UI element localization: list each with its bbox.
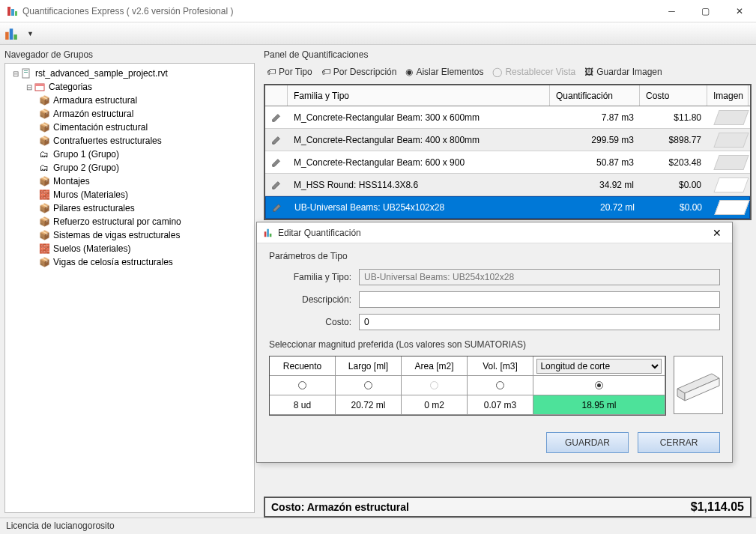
- tree-item[interactable]: 🧱Suelos (Materiales): [8, 242, 251, 255]
- beam-thumb: [714, 200, 749, 215]
- status-text: Licencia de lucianogorosito: [6, 521, 115, 531]
- main-toolbar: ▼: [0, 22, 756, 45]
- toolbar-chart-icon[interactable]: [4, 27, 18, 40]
- group-tree[interactable]: ⊟ rst_advanced_sample_project.rvt ⊟ Cate…: [4, 63, 255, 513]
- mh-rec: Recuento: [270, 356, 336, 376]
- edit-dialog: Editar Quantificación ✕ Parámetros de Ti…: [256, 222, 733, 463]
- val-area: 0 m2: [402, 395, 468, 415]
- minimize-button[interactable]: ─: [655, 0, 689, 22]
- quant-panel: Panel de Quantificaciones 🏷Por Tipo 🏷Por…: [259, 45, 756, 518]
- group-icon: 🗂: [38, 148, 50, 160]
- tree-root[interactable]: ⊟ rst_advanced_sample_project.rvt: [8, 67, 251, 80]
- tree-item[interactable]: 🗂Grupo 1 (Grupo): [8, 148, 251, 161]
- magnitude-label: Seleccionar magnitud preferida (Los valo…: [269, 339, 720, 350]
- tree-categories[interactable]: ⊟ Categorias: [8, 80, 251, 94]
- mh-vol: Vol. [m3]: [468, 356, 533, 376]
- table-row[interactable]: M_HSS Round: HSS114.3X8.6 34.92 ml $0.00: [265, 174, 750, 196]
- tree-item[interactable]: 📦Armazón estructural: [8, 107, 251, 121]
- svg-rect-11: [264, 231, 267, 237]
- tree-item[interactable]: 📦Cimentación estructural: [8, 121, 251, 134]
- beam-preview: [674, 356, 723, 414]
- tree-item[interactable]: 📦Refuerzo estructural por camino: [8, 215, 251, 228]
- val-rec: 8 ud: [270, 395, 336, 415]
- toolbar-dropdown-arrow[interactable]: ▼: [24, 27, 37, 40]
- aislar-button[interactable]: ◉Aislar Elementos: [405, 67, 483, 77]
- quant-title: Panel de Quantificaciones: [264, 49, 752, 60]
- label-cost: Costo:: [269, 317, 351, 327]
- close-dialog-button[interactable]: CERRAR: [638, 432, 720, 453]
- folder-icon: [34, 81, 46, 93]
- total-label: Costo: Armazón estructural: [271, 501, 691, 513]
- svg-rect-3: [5, 31, 9, 39]
- save-button[interactable]: GUARDAR: [546, 432, 629, 453]
- reset-icon: ◯: [492, 67, 502, 77]
- guardar-imagen-button[interactable]: 🖼Guardar Imagen: [584, 67, 662, 77]
- table-header: Familia y Tipo Quantificación Costo Imag…: [265, 85, 750, 106]
- svg-rect-12: [267, 228, 269, 237]
- restablecer-button[interactable]: ◯Restablecer Vista: [492, 67, 575, 77]
- th-cost[interactable]: Costo: [640, 85, 707, 106]
- pencil-icon[interactable]: [271, 156, 282, 169]
- tree-item[interactable]: 📦Montajes: [8, 175, 251, 188]
- pencil-icon[interactable]: [271, 178, 282, 192]
- svg-rect-13: [270, 233, 272, 236]
- app-icon: [6, 5, 18, 17]
- category-icon: 📦: [38, 216, 50, 228]
- expand-icon[interactable]: ⊟: [25, 83, 34, 91]
- th-family[interactable]: Familia y Tipo: [288, 85, 550, 106]
- table-row-selected[interactable]: UB-Universal Beams: UB254x102x28 20.72 m…: [265, 196, 750, 219]
- section-title: Parámetros de Tipo: [269, 251, 720, 261]
- maximize-button[interactable]: ▢: [689, 0, 722, 22]
- close-button[interactable]: ✕: [722, 0, 756, 22]
- por-desc-button[interactable]: 🏷Por Descripción: [321, 67, 397, 77]
- dialog-close-button[interactable]: ✕: [708, 227, 726, 239]
- radio-vol[interactable]: [468, 376, 533, 395]
- pencil-icon[interactable]: [272, 201, 282, 214]
- radio-drop[interactable]: [533, 376, 665, 395]
- radio-rec[interactable]: [270, 376, 336, 395]
- materials-icon: 🧱: [38, 243, 50, 255]
- tree-root-label: rst_advanced_sample_project.rvt: [35, 68, 168, 79]
- dialog-titlebar[interactable]: Editar Quantificación ✕: [257, 222, 732, 243]
- category-icon: 📦: [38, 256, 50, 268]
- th-img[interactable]: Imagen: [707, 85, 749, 106]
- por-tipo-button[interactable]: 🏷Por Tipo: [267, 67, 312, 77]
- tree-item[interactable]: 📦Armadura estructural: [8, 94, 251, 107]
- label-desc: Descripción:: [269, 294, 351, 305]
- materials-icon: 🧱: [38, 189, 50, 201]
- val-drop: 18.95 ml: [533, 395, 665, 415]
- th-edit: [265, 85, 288, 106]
- expand-icon[interactable]: ⊟: [11, 70, 20, 78]
- pencil-icon[interactable]: [271, 111, 282, 124]
- image-icon: 🖼: [584, 67, 593, 77]
- category-icon: 📦: [38, 94, 50, 106]
- dialog-icon: [263, 228, 273, 238]
- group-icon: 🗂: [38, 162, 50, 174]
- quant-toolbar: 🏷Por Tipo 🏷Por Descripción ◉Aislar Eleme…: [264, 63, 752, 81]
- svg-rect-4: [10, 28, 13, 40]
- category-icon: 📦: [38, 175, 50, 187]
- pencil-icon[interactable]: [271, 133, 282, 147]
- statusbar: Licencia de lucianogorosito: [0, 518, 756, 534]
- input-desc[interactable]: [359, 291, 720, 308]
- tag-icon: 🏷: [267, 67, 276, 77]
- total-bar: Costo: Armazón estructural $1,114.05: [264, 497, 752, 518]
- table-row[interactable]: M_Concrete-Rectangular Beam: 400 x 800mm…: [265, 129, 750, 151]
- dialog-title: Editar Quantificación: [278, 228, 708, 238]
- magnitude-select[interactable]: Longitud de corte: [536, 359, 661, 374]
- input-cost[interactable]: [359, 314, 720, 330]
- nav-panel: Navegador de Grupos ⊟ rst_advanced_sampl…: [0, 45, 259, 518]
- radio-largo[interactable]: [336, 376, 402, 395]
- tree-item[interactable]: 📦Sistemas de vigas estructurales: [8, 228, 251, 242]
- tree-item[interactable]: 📦Contrafuertes estructurales: [8, 134, 251, 148]
- table-row[interactable]: M_Concrete-Rectangular Beam: 600 x 900 5…: [265, 151, 750, 174]
- quant-table: Familia y Tipo Quantificación Costo Imag…: [264, 84, 752, 220]
- tree-item[interactable]: 🗂Grupo 2 (Grupo): [8, 161, 251, 175]
- tree-item[interactable]: 📦Vigas de celosía estructurales: [8, 255, 251, 269]
- radio-area[interactable]: [402, 376, 468, 395]
- table-row[interactable]: M_Concrete-Rectangular Beam: 300 x 600mm…: [265, 106, 750, 129]
- th-qty[interactable]: Quantificación: [550, 85, 640, 106]
- category-icon: 📦: [38, 108, 50, 120]
- tree-item[interactable]: 📦Pilares estructurales: [8, 201, 251, 215]
- tree-item[interactable]: 🧱Muros (Materiales): [8, 188, 251, 201]
